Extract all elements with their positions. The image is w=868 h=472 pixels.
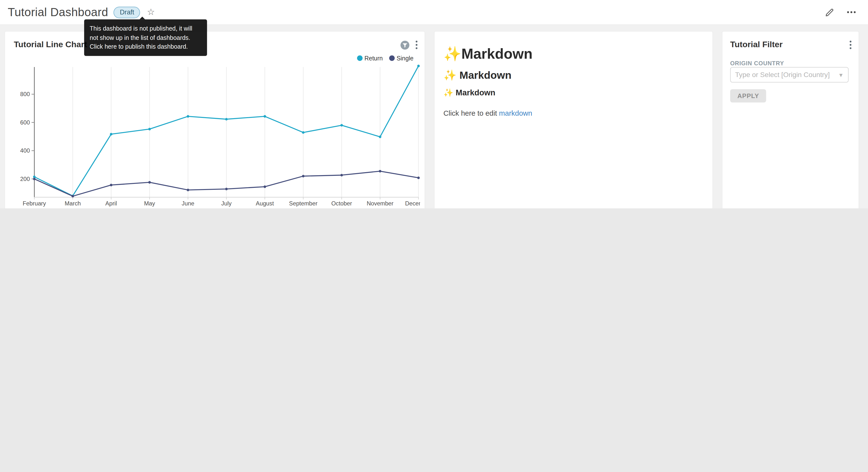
markdown-paragraph: Click here to edit markdown	[443, 109, 704, 118]
legend-dot	[390, 56, 395, 61]
chart-legend: ReturnSingle	[357, 55, 413, 61]
svg-text:February: February	[23, 200, 46, 207]
markdown-card: ✨Markdown ✨ Markdown ✨ Markdown Click he…	[434, 31, 713, 208]
svg-text:March: March	[65, 200, 81, 207]
svg-text:April: April	[105, 200, 117, 207]
legend-label: Single	[397, 55, 413, 61]
filter-card-title: Tutorial Filter	[730, 39, 782, 49]
line-chart-card: Tutorial Line Chart ReturnSingle Februar…	[4, 31, 425, 208]
svg-text:July: July	[221, 200, 231, 207]
header-actions	[825, 7, 860, 17]
markdown-heading-large: ✨Markdown	[443, 46, 704, 63]
favorite-star-icon[interactable]: ☆	[147, 8, 155, 17]
markdown-paragraph-text: Click here to edit	[443, 109, 499, 118]
page-title: Tutorial Dashboard	[8, 6, 108, 19]
edit-dashboard-icon[interactable]	[825, 7, 835, 17]
markdown-heading-medium: ✨ Markdown	[443, 69, 704, 81]
legend-item-single[interactable]: Single	[390, 55, 414, 61]
svg-text:August: August	[256, 200, 274, 207]
origin-country-select[interactable]: Type or Select [Origin Country] ▼	[730, 67, 848, 82]
legend-dot	[357, 56, 363, 61]
markdown-heading-small: ✨ Markdown	[443, 88, 704, 97]
more-vert-icon[interactable]	[849, 40, 852, 50]
publish-tooltip[interactable]: This dashboard is not published, it will…	[84, 19, 207, 56]
filter-indicator-icon[interactable]	[400, 40, 409, 50]
tooltip-text: This dashboard is not published, it will…	[90, 25, 192, 50]
origin-country-label: ORIGIN COUNTRY	[730, 60, 784, 66]
apply-button[interactable]: APPLY	[730, 89, 766, 102]
svg-text:800: 800	[20, 91, 30, 97]
line-chart-actions	[400, 40, 418, 50]
svg-text:600: 600	[20, 119, 30, 126]
svg-text:December: December	[405, 200, 420, 207]
tooltip-arrow	[140, 17, 145, 19]
svg-text:200: 200	[20, 176, 30, 182]
dashboard-page: Tutorial Dashboard Draft ☆ This dashboar…	[0, 0, 868, 208]
svg-text:October: October	[331, 200, 352, 207]
svg-text:September: September	[289, 200, 317, 207]
svg-text:May: May	[144, 200, 155, 207]
select-placeholder: Type or Select [Origin Country]	[735, 71, 836, 79]
svg-text:400: 400	[20, 147, 30, 154]
svg-text:June: June	[182, 200, 194, 207]
legend-label: Return	[365, 55, 383, 61]
filter-card: Tutorial Filter ORIGIN COUNTRY Type or S…	[722, 31, 859, 208]
draft-badge[interactable]: Draft	[114, 6, 141, 18]
more-options-icon[interactable]	[846, 7, 857, 17]
line-chart-title: Tutorial Line Chart	[14, 39, 87, 49]
filter-card-actions	[849, 40, 852, 50]
line-chart-svg: FebruaryMarchAprilMayJuneJulyAugustSepte…	[5, 63, 420, 208]
chevron-down-icon: ▼	[838, 72, 843, 78]
more-vert-icon[interactable]	[415, 40, 418, 50]
legend-item-return[interactable]: Return	[357, 55, 383, 61]
svg-text:November: November	[367, 200, 394, 207]
markdown-edit-link[interactable]: markdown	[499, 109, 532, 118]
